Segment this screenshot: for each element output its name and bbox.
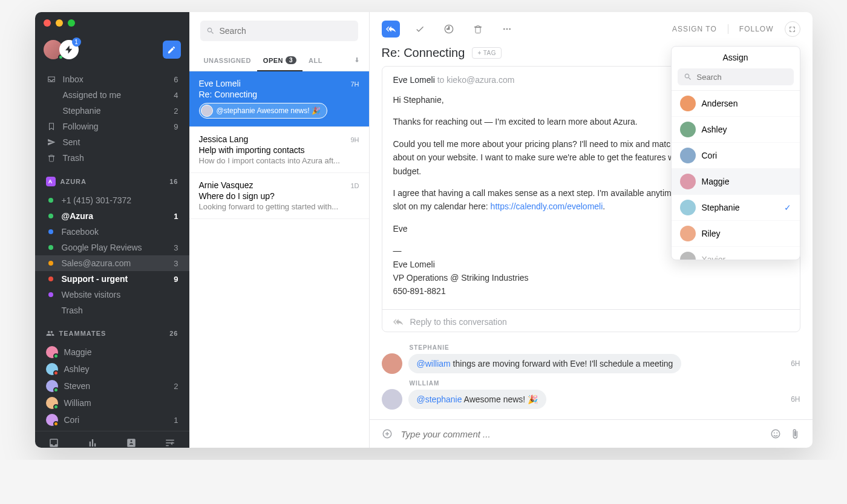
sort-button[interactable] xyxy=(353,56,361,65)
avatar xyxy=(680,148,696,163)
sidebar: 1 Inbox6Assigned to me4Stephanie2Followi… xyxy=(35,12,189,448)
nav-assigned-to-me[interactable]: Assigned to me4 xyxy=(35,87,189,103)
calendly-link[interactable]: https://calendly.com/evelomeli xyxy=(491,201,603,211)
channel-support-urgent[interactable]: Support - urgent9 xyxy=(35,271,189,287)
nav-trash[interactable]: Trash xyxy=(35,150,189,166)
expand-button[interactable] xyxy=(785,21,800,37)
reply-icon xyxy=(393,317,403,327)
assign-option-stephanie[interactable]: Stephanie✓ xyxy=(672,195,800,221)
profile-avatar-pair[interactable]: 1 xyxy=(44,40,79,59)
assign-popover: Assign AndersenAshleyCoriMaggieStephanie… xyxy=(671,46,800,260)
bookmark-icon xyxy=(46,122,57,131)
mention[interactable]: @william xyxy=(417,359,451,368)
teammate-ashley[interactable]: Ashley xyxy=(35,361,189,378)
sort-down-icon xyxy=(353,56,361,64)
assign-option-riley[interactable]: Riley xyxy=(672,221,800,247)
teammate-steven[interactable]: Steven2 xyxy=(35,378,189,394)
assign-option-maggie[interactable]: Maggie xyxy=(672,169,800,195)
assign-option-ashley[interactable]: Ashley xyxy=(672,117,800,143)
conversation-item[interactable]: Jessica Lang9HHelp with importing contac… xyxy=(189,127,369,173)
mention[interactable]: @stephanie xyxy=(417,394,462,404)
activity-button[interactable]: 1 xyxy=(59,40,79,59)
teammates-count: 26 xyxy=(169,330,178,337)
conversation-item[interactable]: Eve Lomeli7HRe: Connecting@stephanie Awe… xyxy=(189,71,369,127)
assign-list: AndersenAshleyCoriMaggieStephanie✓RileyX… xyxy=(672,90,800,260)
minimize-window-button[interactable] xyxy=(56,19,63,27)
assign-option-xavier[interactable]: Xavier xyxy=(672,247,800,260)
follow-button[interactable]: FOLLOW xyxy=(739,25,774,33)
channel-dot xyxy=(48,277,53,281)
teammate-maggie[interactable]: Maggie xyxy=(35,344,189,361)
nav-following[interactable]: Following9 xyxy=(35,119,189,134)
nav-inbox[interactable]: Inbox6 xyxy=(35,71,189,87)
bottom-inbox-button[interactable] xyxy=(35,437,74,448)
teammate-cori[interactable]: Cori1 xyxy=(35,411,189,428)
channel-sales-azura-com[interactable]: Sales@azura.com3 xyxy=(35,255,189,271)
avatar xyxy=(680,252,696,260)
conversation-item[interactable]: Arnie Vasquez1DWhere do I sign up?Lookin… xyxy=(189,173,369,219)
avatar xyxy=(46,346,58,358)
bottom-settings-button[interactable] xyxy=(151,437,189,448)
avatar xyxy=(382,389,402,410)
inbox-icon xyxy=(46,75,57,83)
comment-composer xyxy=(370,419,813,448)
attach-icon[interactable] xyxy=(790,428,800,439)
reply-placeholder: Reply to this conversation xyxy=(410,317,507,327)
assign-option-cori[interactable]: Cori xyxy=(672,143,800,169)
nav-sent[interactable]: Sent xyxy=(35,134,189,150)
bottom-contacts-button[interactable] xyxy=(112,437,151,448)
conversation-list-pane: UNASSIGNED OPEN3 ALL Eve Lomeli7HRe: Con… xyxy=(189,12,370,448)
teammates-header[interactable]: TEAMMATES 26 xyxy=(35,321,189,341)
nav-channels: +1 (415) 301-7372@Azura1FacebookGoogle P… xyxy=(35,190,189,321)
close-window-button[interactable] xyxy=(44,19,51,27)
compose-icon xyxy=(167,45,176,54)
comment: WILLIAM@stephanie Awesome news! 🎉6H xyxy=(382,380,800,410)
tab-unassigned[interactable]: UNASSIGNED xyxy=(198,50,257,71)
detail-toolbar: ASSIGN TO FOLLOW xyxy=(370,12,813,46)
reply-button[interactable] xyxy=(382,21,400,38)
archive-button[interactable] xyxy=(411,21,429,38)
email-from: Eve Lomeli xyxy=(393,75,435,85)
email-to: kieko@azura.com xyxy=(446,75,514,85)
svg-point-5 xyxy=(773,433,774,434)
expand-icon xyxy=(788,25,796,33)
assign-search-input[interactable] xyxy=(678,68,794,85)
nav-stephanie[interactable]: Stephanie2 xyxy=(35,103,189,119)
search-icon xyxy=(206,27,215,35)
assign-option-andersen[interactable]: Andersen xyxy=(672,91,800,117)
plus-icon: + xyxy=(477,50,481,56)
compose-button[interactable] xyxy=(163,41,181,59)
sent-icon xyxy=(46,138,57,146)
teammate-william[interactable]: William xyxy=(35,394,189,411)
reply-zone[interactable]: Reply to this conversation xyxy=(382,309,800,332)
tab-all[interactable]: ALL xyxy=(302,50,329,71)
assign-to-button[interactable]: ASSIGN TO xyxy=(672,25,717,33)
snooze-button[interactable] xyxy=(440,21,458,38)
svg-point-1 xyxy=(506,28,508,30)
add-tag-button[interactable]: +TAG xyxy=(472,47,502,59)
trash-button[interactable] xyxy=(469,21,487,38)
comment-input[interactable] xyxy=(401,429,762,439)
channel-google-play-reviews[interactable]: Google Play Reviews3 xyxy=(35,240,189,255)
workspace-header[interactable]: A AZURA 16 xyxy=(35,168,189,190)
channel-dot xyxy=(48,245,53,250)
teammates-icon xyxy=(46,329,54,338)
add-comment-icon[interactable] xyxy=(382,428,393,439)
conversation-detail-pane: ASSIGN TO FOLLOW Re: Connecting +TAG Eve… xyxy=(370,12,813,448)
search-input[interactable] xyxy=(200,21,358,41)
channel-website-visitors[interactable]: Website visitors xyxy=(35,287,189,303)
channel--1-415-301-7372[interactable]: +1 (415) 301-7372 xyxy=(35,192,189,208)
channel-trash[interactable]: Trash xyxy=(35,303,189,318)
tab-open[interactable]: OPEN3 xyxy=(257,50,302,71)
comments-section: STEPHANIE@william things are moving forw… xyxy=(370,341,813,419)
more-button[interactable] xyxy=(498,21,516,38)
emoji-icon[interactable] xyxy=(770,428,781,439)
channel-facebook[interactable]: Facebook xyxy=(35,224,189,240)
list-filter-tabs: UNASSIGNED OPEN3 ALL xyxy=(189,50,369,71)
avatar xyxy=(46,397,58,409)
dots-icon xyxy=(502,24,512,34)
bottom-analytics-button[interactable] xyxy=(73,437,112,448)
maximize-window-button[interactable] xyxy=(68,19,75,27)
search-bar xyxy=(189,12,369,50)
channel--azura[interactable]: @Azura1 xyxy=(35,208,189,224)
